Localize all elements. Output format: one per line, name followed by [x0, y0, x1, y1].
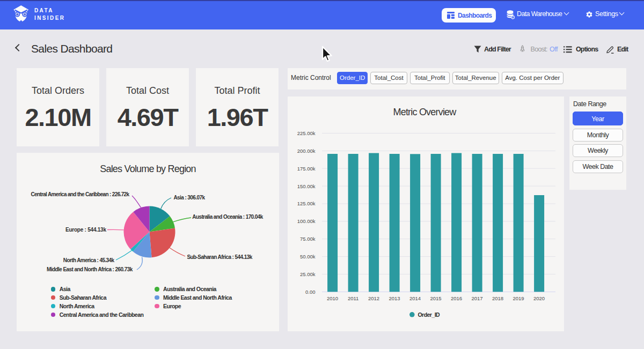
svg-text:Australia and Oceania : 170.04: Australia and Oceania : 170.04k: [192, 214, 263, 220]
svg-text:175.00k: 175.00k: [297, 166, 316, 172]
svg-text:2016: 2016: [451, 295, 462, 301]
svg-text:Asia : 306.07k: Asia : 306.07k: [173, 195, 205, 201]
svg-text:2015: 2015: [430, 295, 442, 301]
svg-text:225.00k: 225.00k: [297, 130, 316, 136]
svg-text:0.00: 0.00: [305, 289, 316, 295]
svg-text:2013: 2013: [389, 295, 400, 301]
svg-text:2019: 2019: [513, 295, 524, 301]
svg-text:Europe : 544.13k: Europe : 544.13k: [65, 227, 106, 233]
svg-text:2014: 2014: [409, 295, 421, 301]
svg-text:2011: 2011: [348, 295, 358, 301]
svg-text:100.00k: 100.00k: [297, 218, 316, 224]
svg-text:125.00k: 125.00k: [297, 201, 316, 206]
svg-text:North America : 45.34k: North America : 45.34k: [63, 257, 115, 263]
svg-text:2017: 2017: [472, 295, 483, 301]
svg-text:150.00k: 150.00k: [297, 183, 316, 189]
svg-text:25.00k: 25.00k: [300, 271, 316, 277]
svg-text:Middle East and North Africa :: Middle East and North Africa : 260.73k: [47, 266, 133, 272]
svg-text:2018: 2018: [492, 295, 503, 301]
svg-text:Order_ID: Order_ID: [418, 311, 440, 318]
svg-text:2012: 2012: [368, 295, 379, 301]
svg-text:50.00k: 50.00k: [300, 254, 316, 259]
svg-text:Sub-Saharan Africa : 544.13k: Sub-Saharan Africa : 544.13k: [187, 254, 252, 260]
svg-text:2010: 2010: [327, 295, 338, 301]
svg-text:200.00k: 200.00k: [297, 148, 316, 154]
svg-text:Central America and the Caribb: Central America and the Caribbean : 226.…: [31, 191, 129, 197]
svg-text:2020: 2020: [533, 295, 545, 301]
svg-text:75.00k: 75.00k: [300, 236, 316, 242]
